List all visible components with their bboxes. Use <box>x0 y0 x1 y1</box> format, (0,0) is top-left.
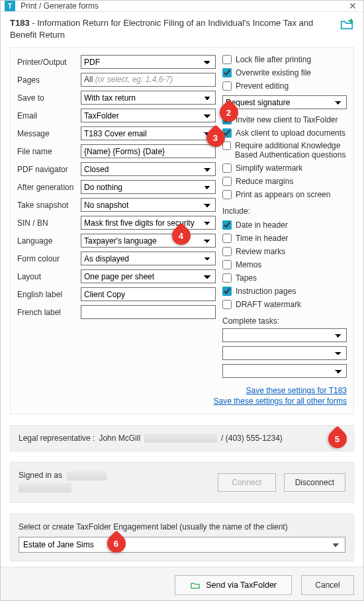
kba-check[interactable]: Require additional Knowledge Based Authe… <box>222 140 347 162</box>
engagement-prompt: Select or create TaxFolder Engagement la… <box>19 522 345 532</box>
legal-rep-label: Legal representative : <box>19 434 95 443</box>
task-select-2[interactable] <box>222 346 347 360</box>
pdf-nav-select[interactable]: Closed <box>81 162 216 176</box>
signed-in-label: Signed in as <box>19 471 62 480</box>
redacted-user-1 <box>67 471 107 481</box>
complete-tasks-heading: Complete tasks: <box>222 316 347 326</box>
printer-output-select[interactable]: PDF <box>81 55 216 69</box>
time-header-check[interactable]: Time in header <box>222 232 347 245</box>
cancel-button[interactable]: Cancel <box>301 575 354 595</box>
layout-label: Layout <box>17 272 81 281</box>
sin-bn-label: SIN / BN <box>17 218 81 228</box>
task-select-3[interactable] <box>222 364 347 378</box>
reduce-margins-check[interactable]: Reduce margins <box>222 175 347 188</box>
sin-bn-select[interactable]: Mask first five digits for security <box>81 216 216 230</box>
prevent-edit-check[interactable]: Prevent editing <box>222 79 347 93</box>
titlebar: T Print / Generate forms ✕ <box>1 1 363 12</box>
french-label-input[interactable] <box>81 305 216 319</box>
snapshot-label: Take snapshot <box>17 201 81 210</box>
pdf-nav-label: PDF navigator <box>17 165 81 174</box>
pages-input[interactable] <box>81 73 216 87</box>
snapshot-select[interactable]: No snapshot <box>81 198 216 212</box>
language-select[interactable]: Taxpayer's language <box>81 234 216 248</box>
overwrite-check[interactable]: Overwrite existing file <box>222 66 347 79</box>
form-colour-label: Form colour <box>17 254 81 263</box>
request-signature-select[interactable]: Request signature <box>222 95 347 109</box>
french-label-label: French label <box>17 308 81 317</box>
layout-select[interactable]: One page per sheet <box>81 269 216 283</box>
save-settings-all-link[interactable]: Save these settings for all other forms <box>17 396 347 406</box>
save-to-select[interactable]: With tax return <box>81 91 216 105</box>
email-label: Email <box>17 111 81 120</box>
redacted-user-2 <box>19 483 71 492</box>
message-select[interactable]: T183 Cover email <box>81 126 216 140</box>
instruction-pages-check[interactable]: Instruction pages <box>222 285 347 298</box>
form-title: - Information Return for Electronic Fili… <box>10 18 313 40</box>
after-gen-select[interactable]: Do nothing <box>81 180 216 194</box>
save-settings-t183-link[interactable]: Save these settings for T183 <box>17 386 347 395</box>
file-name-input[interactable] <box>81 144 216 158</box>
disconnect-button[interactable]: Disconnect <box>284 473 345 492</box>
ask-upload-check[interactable]: Ask client to upload documents <box>222 126 347 140</box>
signed-in-section: Signed in as Connect Disconnect <box>10 462 354 503</box>
close-icon[interactable]: ✕ <box>346 1 359 11</box>
lock-file-check[interactable]: Lock file after printing <box>222 53 347 66</box>
printer-output-label: Printer/Output <box>17 58 81 67</box>
message-label: Message <box>17 129 81 138</box>
form-header: T183 - Information Return for Electronic… <box>1 12 363 44</box>
english-label-input[interactable] <box>81 287 216 301</box>
pages-label: Pages <box>17 75 81 85</box>
email-select[interactable]: TaxFolder <box>81 109 216 122</box>
open-folder-icon[interactable] <box>340 17 354 34</box>
draft-watermark-check[interactable]: DRAFT watermark <box>222 298 347 311</box>
save-to-label: Save to <box>17 93 81 103</box>
send-button-label: Send via TaxFolder <box>206 580 277 590</box>
tapes-check[interactable]: Tapes <box>222 271 347 285</box>
memos-check[interactable]: Memos <box>222 258 347 271</box>
date-header-check[interactable]: Date in header <box>222 218 347 232</box>
options-panel: Printer/Output PDF Pages All (or select,… <box>10 47 354 414</box>
invite-client-check[interactable]: Invite new client to TaxFolder <box>222 113 347 126</box>
left-column: Printer/Output PDF Pages All (or select,… <box>17 53 216 382</box>
engagement-select[interactable]: Estate of Jane Sims <box>19 537 345 553</box>
connect-button[interactable]: Connect <box>218 473 276 492</box>
form-heading: T183 - Information Return for Electronic… <box>10 17 340 40</box>
task-select-1[interactable] <box>222 328 347 342</box>
app-icon: T <box>5 1 15 11</box>
form-colour-select[interactable]: As displayed <box>81 252 216 265</box>
save-settings-links: Save these settings for T183 Save these … <box>17 386 347 406</box>
dialog-footer: Send via TaxFolder Cancel <box>1 567 363 601</box>
window-title: Print / Generate forms <box>21 1 346 11</box>
engagement-section: Select or create TaxFolder Engagement la… <box>10 514 354 561</box>
after-gen-label: After generation <box>17 183 81 192</box>
legal-rep-name: John McGill <box>99 434 140 443</box>
english-label-label: English label <box>17 290 81 299</box>
redacted-email <box>144 434 217 443</box>
folder-send-icon <box>190 580 201 590</box>
legal-rep-phone: / (403) 555-1234) <box>221 434 283 443</box>
review-marks-check[interactable]: Review marks <box>222 245 347 258</box>
include-heading: Include: <box>222 207 347 216</box>
legal-representative-section: Legal representative : John McGill / (40… <box>10 425 354 451</box>
file-name-label: File name <box>17 147 81 156</box>
language-label: Language <box>17 236 81 246</box>
callout-5: 5 <box>324 426 351 452</box>
form-code: T183 <box>10 18 30 28</box>
right-column: Lock file after printing Overwrite exist… <box>222 53 347 382</box>
simplify-watermark-check[interactable]: Simplify watermark <box>222 162 347 175</box>
send-via-taxfolder-button[interactable]: Send via TaxFolder <box>175 575 292 595</box>
print-asis-check[interactable]: Print as appears on screen <box>222 188 347 201</box>
